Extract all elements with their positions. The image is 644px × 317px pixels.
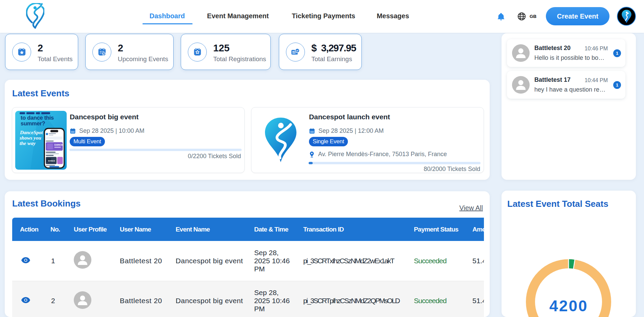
svg-text:DanceSpot: DanceSpot [20, 130, 43, 135]
svg-text:to dance this: to dance this [21, 115, 54, 121]
svg-text:DANCE: DANCE [48, 160, 55, 162]
svg-text:summer?: summer? [21, 120, 45, 126]
svg-text:DANCE: DANCE [54, 143, 63, 146]
svg-text:the way: the way [20, 141, 36, 146]
svg-text:shows you: shows you [19, 135, 41, 141]
